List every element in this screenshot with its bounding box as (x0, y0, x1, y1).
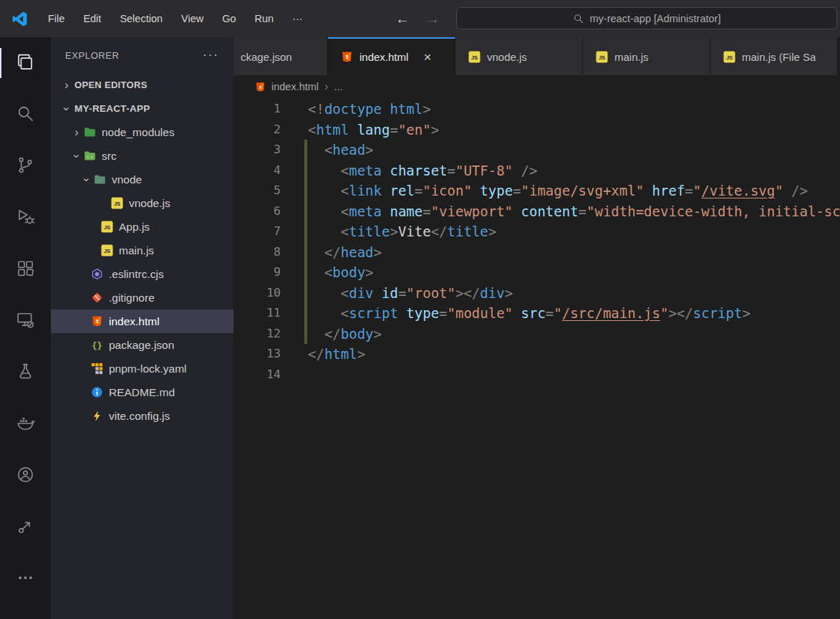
menu-item-more[interactable]: ··· (283, 0, 312, 37)
html-icon: 5 (91, 315, 103, 327)
activity-item-docker[interactable] (0, 398, 51, 450)
line-number[interactable]: 8 (233, 242, 281, 263)
svg-text:JS: JS (726, 54, 733, 61)
tree-item-label: package.json (109, 339, 174, 352)
activity-item-testing[interactable] (0, 347, 51, 398)
tree-item-label: README.md (109, 386, 175, 399)
command-center-search[interactable]: my-react-app [Administrator] (456, 7, 837, 29)
line-number[interactable]: 12 (233, 324, 281, 345)
code-line-content: <script type="module" src="/src/main.js"… (281, 303, 750, 324)
menu-item-view[interactable]: View (172, 0, 213, 37)
activity-bar (0, 37, 51, 619)
line-number[interactable]: 5 (233, 181, 281, 201)
vite-icon (91, 410, 103, 422)
menu-item-go[interactable]: Go (213, 0, 245, 37)
tree-item-vnode[interactable]: ›vnode (51, 168, 233, 191)
code-line-content: <body> (281, 262, 374, 283)
code-line[interactable]: 9 <body> (233, 262, 840, 283)
tree-item-readme-md[interactable]: README.md (51, 380, 233, 404)
tree-item-node-modules[interactable]: ›node_modules (51, 120, 233, 144)
code-line[interactable]: 2<html lang="en"> (233, 120, 840, 140)
code-line[interactable]: 12 </body> (233, 324, 840, 345)
tree-item-label: index.html (109, 315, 160, 328)
tree-item-pnpm-lock-yaml[interactable]: pnpm-lock.yaml (51, 357, 233, 380)
readme-icon (91, 386, 103, 398)
tab-main-js-file-sa[interactable]: JSmain.js (File Sa (710, 37, 838, 75)
activity-item-extensions[interactable] (0, 244, 51, 295)
tree-item-vite-config-js[interactable]: vite.config.js (51, 404, 233, 428)
tab-bar: ckage.json5index.html×JSvnode.jsJSmain.j… (233, 37, 840, 75)
tree-item-gitignore[interactable]: .gitignore (51, 286, 233, 310)
tree-item-index-html[interactable]: 5index.html (51, 310, 233, 333)
activity-item-run-debug[interactable] (0, 192, 51, 244)
activity-item-source-control[interactable] (0, 140, 51, 192)
tree-item-package-json[interactable]: {}package.json (51, 333, 233, 357)
code-line[interactable]: 4 <meta charset="UTF-8" /> (233, 160, 840, 181)
tree-item-vnode-js[interactable]: JSvnode.js (51, 191, 233, 215)
sidebar-title: EXPLORER (65, 50, 120, 61)
line-number[interactable]: 9 (233, 262, 281, 283)
tree-item-app-js[interactable]: JSApp.js (51, 215, 233, 239)
menu-item-file[interactable]: File (39, 0, 74, 37)
code-line[interactable]: 7 <title>Vite</title> (233, 221, 840, 242)
menu-item-edit[interactable]: Edit (74, 0, 110, 37)
code-line[interactable]: 5 <link rel="icon" type="image/svg+xml" … (233, 181, 840, 201)
activity-item-explorer[interactable] (0, 37, 51, 89)
back-arrow-icon[interactable]: ← (395, 11, 410, 27)
tree-item-src[interactable]: ›src (51, 144, 233, 168)
line-number[interactable]: 10 (233, 283, 281, 304)
line-number[interactable]: 2 (233, 120, 281, 140)
chevron-down-icon: › (81, 173, 92, 187)
activity-item-live-share[interactable] (0, 502, 51, 553)
line-number[interactable]: 11 (233, 303, 281, 324)
line-number[interactable]: 13 (233, 344, 281, 365)
code-line[interactable]: 3 <head> (233, 140, 840, 160)
code-line[interactable]: 11 <script type="module" src="/src/main.… (233, 303, 840, 324)
search-label: my-react-app [Administrator] (590, 13, 721, 24)
breadcrumb[interactable]: 5 index.html › ... (233, 75, 840, 98)
forward-arrow-icon[interactable]: → (425, 11, 440, 27)
extensions-icon (16, 259, 35, 281)
line-number[interactable]: 3 (233, 140, 281, 160)
activity-item-remote-explorer[interactable] (0, 295, 51, 347)
line-number[interactable]: 14 (233, 365, 281, 385)
section-open-editors[interactable]: › OPEN EDITORS (51, 73, 233, 97)
code-line[interactable]: 14 (233, 365, 840, 385)
tab-main-js[interactable]: JSmain.js (583, 37, 710, 75)
menu-item-selection[interactable]: Selection (110, 0, 172, 37)
line-number[interactable]: 7 (233, 221, 281, 242)
vscode-window: FileEditSelectionViewGoRun··· ← → my-rea… (0, 0, 840, 619)
tab-ckage-json[interactable]: ckage.json (233, 37, 328, 75)
tree-item-eslintrc-cjs[interactable]: .eslintrc.cjs (51, 262, 233, 286)
section-project-root[interactable]: › MY-REACT-APP (51, 97, 233, 120)
svg-text:JS: JS (104, 224, 110, 231)
gutter-modified-indicator (304, 324, 307, 345)
tab-vnode-js[interactable]: JSvnode.js (455, 37, 583, 75)
breadcrumb-file[interactable]: index.html (271, 81, 319, 92)
code-line-content: <div id="root"></div> (281, 283, 513, 304)
code-line[interactable]: 8 </head> (233, 242, 840, 263)
code-line-content: <!doctype html> (281, 99, 431, 120)
tree-item-label: src (102, 150, 117, 163)
search-icon (573, 13, 584, 24)
code-line[interactable]: 6 <meta name="viewport" content="width=d… (233, 201, 840, 222)
line-number[interactable]: 1 (233, 99, 281, 120)
tree-item-main-js[interactable]: JSmain.js (51, 239, 233, 262)
close-icon[interactable]: × (423, 50, 431, 64)
breadcrumb-more[interactable]: ... (334, 81, 342, 92)
line-number[interactable]: 6 (233, 201, 281, 222)
line-number[interactable]: 4 (233, 160, 281, 181)
gutter-modified-indicator (304, 221, 307, 242)
tab-index-html[interactable]: 5index.html× (328, 37, 455, 75)
activity-item-accounts[interactable] (0, 450, 51, 502)
more-actions-icon[interactable]: ··· (203, 48, 219, 62)
code-line[interactable]: 1<!doctype html> (233, 99, 840, 120)
menu-item-run[interactable]: Run (246, 0, 284, 37)
editor-area: ckage.json5index.html×JSvnode.jsJSmain.j… (233, 37, 840, 619)
tree-item-label: vnode (112, 173, 142, 186)
run-debug-icon (16, 207, 35, 229)
code-line[interactable]: 13</html> (233, 344, 840, 365)
code-line[interactable]: 10 <div id="root"></div> (233, 283, 840, 304)
activity-item-search[interactable] (0, 89, 51, 140)
activity-item-more[interactable] (0, 553, 51, 605)
